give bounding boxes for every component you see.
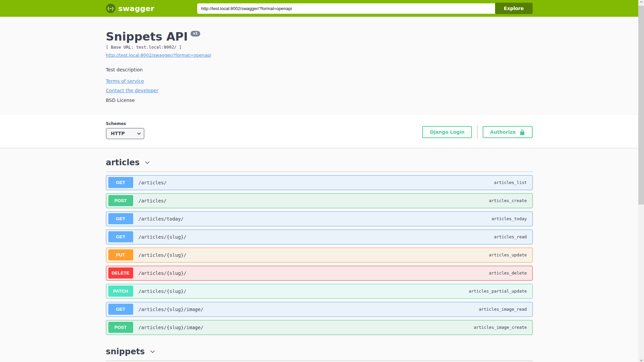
method-badge: POST: [108, 195, 133, 206]
scroll-down-arrow[interactable]: [638, 356, 644, 362]
operation-id: articles_create: [489, 198, 527, 203]
operation-id: articles_read: [494, 234, 527, 239]
scheme-selected-value: HTTP: [111, 131, 125, 136]
chevron-down-icon: [144, 159, 151, 166]
opblock-articles_partial_update[interactable]: PATCH/articles/{slug}/articles_partial_u…: [106, 284, 533, 299]
base-url: [ Base URL: test.local:8002/ ]: [106, 45, 533, 50]
operation-id: articles_today: [491, 216, 527, 221]
opblock-articles_update[interactable]: PUT/articles/{slug}/articles_update: [106, 248, 533, 262]
opblock-articles_create[interactable]: POST/articles/articles_create: [106, 193, 533, 208]
authorize-button[interactable]: Authorize: [483, 126, 532, 138]
scroll-up-arrow[interactable]: [638, 0, 644, 6]
contact-developer-link[interactable]: Contact the developer: [106, 88, 158, 93]
scrollbar-thumb[interactable]: [638, 6, 644, 204]
schemes-block: Schemes HTTP: [106, 121, 144, 139]
operation-path: /articles/{slug}/image/: [139, 307, 204, 312]
unlock-icon: [519, 129, 525, 135]
tag-header-snippets[interactable]: snippets: [106, 347, 533, 361]
operation-path: /articles/: [139, 180, 167, 185]
opblock-articles_delete[interactable]: DELETE/articles/{slug}/articles_delete: [106, 266, 533, 281]
brand-name: swagger: [118, 4, 155, 13]
chevron-down-icon: [137, 131, 141, 135]
method-badge: PATCH: [108, 286, 133, 297]
vertical-divider: [477, 125, 478, 139]
operation-id: articles_partial_update: [469, 289, 527, 294]
page-title: Snippets APIv1: [106, 31, 533, 43]
chevron-up-icon: [640, 1, 642, 4]
operation-path: /articles/{slug}/: [139, 252, 186, 258]
method-badge: DELETE: [108, 267, 133, 279]
opblock-articles_image_read[interactable]: GET/articles/{slug}/image/articles_image…: [106, 302, 533, 317]
operation-path: /articles/{slug}/: [139, 289, 186, 294]
spec-json-link[interactable]: http://test.local:8002/swagger/?format=o…: [106, 53, 211, 58]
info-section: Snippets APIv1 [ Base URL: test.local:80…: [106, 17, 533, 115]
license-label: BSD License: [106, 98, 533, 103]
django-login-button[interactable]: Django Login: [422, 126, 472, 138]
operation-path: /articles/: [139, 198, 167, 203]
operation-id: articles_list: [494, 180, 527, 185]
operations-container: articlesGET/articles/articles_listPOST/a…: [106, 148, 533, 362]
spec-url-group: Explore: [197, 3, 533, 14]
opblock-articles_today[interactable]: GET/articles/today/articles_today: [106, 212, 533, 226]
opblock-articles_read[interactable]: GET/articles/{slug}/articles_read: [106, 230, 533, 244]
authorize-label: Authorize: [490, 129, 516, 135]
operation-id: articles_image_create: [474, 325, 527, 330]
terms-of-service-link[interactable]: Terms of service: [106, 78, 144, 84]
vertical-scrollbar: [638, 0, 644, 362]
method-badge: GET: [108, 177, 133, 188]
api-title-text: Snippets API: [106, 30, 188, 43]
version-badge: v1: [191, 31, 200, 37]
tag-title: snippets: [106, 347, 145, 356]
operation-path: /articles/{slug}/image/: [139, 325, 204, 330]
auth-area: Django Login Authorize: [422, 125, 532, 139]
tag-header-articles[interactable]: articles: [106, 158, 533, 172]
swagger-logo-icon: {⋯}: [106, 4, 115, 13]
chevron-down-icon: [640, 358, 642, 361]
operation-id: articles_update: [489, 252, 527, 257]
scheme-auth-bar: Schemes HTTP Django Login Authorize: [0, 115, 638, 148]
method-badge: PUT: [108, 249, 133, 260]
operation-path: /articles/{slug}/: [139, 270, 186, 276]
operation-id: articles_delete: [489, 270, 527, 276]
api-description: Test description: [106, 67, 533, 72]
topbar: {⋯} swagger Explore: [0, 0, 638, 17]
opblock-articles_image_create[interactable]: POST/articles/{slug}/image/articles_imag…: [106, 320, 533, 335]
operation-path: /articles/{slug}/: [139, 234, 186, 240]
tag-title: articles: [106, 158, 140, 167]
schemes-label: Schemes: [106, 121, 144, 126]
swagger-ui-page: {⋯} swagger Explore Snippets APIv1 [ Bas…: [0, 0, 638, 362]
scheme-select[interactable]: HTTP: [106, 128, 144, 139]
opblock-articles_list[interactable]: GET/articles/articles_list: [106, 175, 533, 190]
chevron-down-icon: [149, 348, 156, 355]
method-badge: GET: [108, 231, 133, 242]
django-login-label: Django Login: [430, 129, 465, 135]
operation-path: /articles/today/: [139, 216, 184, 222]
method-badge: POST: [108, 322, 133, 333]
method-badge: GET: [108, 304, 133, 315]
spec-url-input[interactable]: [197, 3, 496, 14]
swagger-logo-link[interactable]: {⋯} swagger: [106, 4, 155, 13]
tag-section-snippets: snippetsGET/snippets/snippets_list: [106, 347, 533, 362]
tag-section-articles: articlesGET/articles/articles_listPOST/a…: [106, 158, 533, 335]
method-badge: GET: [108, 213, 133, 224]
explore-button[interactable]: Explore: [495, 3, 532, 14]
operation-id: articles_image_read: [479, 307, 527, 312]
